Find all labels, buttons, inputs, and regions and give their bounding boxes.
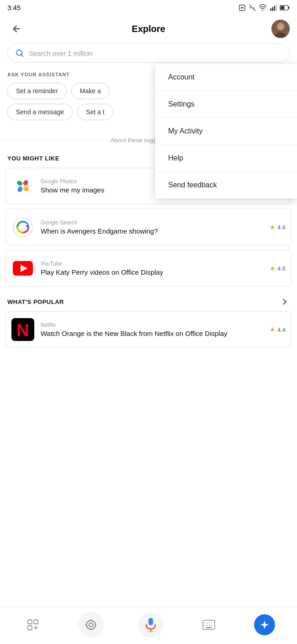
status-time: 3:45: [7, 4, 21, 11]
youtube-rating-value: 4.6: [277, 265, 286, 272]
header: Explore: [0, 15, 297, 43]
chip-reminder[interactable]: Set a reminder: [7, 83, 67, 99]
bottom-nav: [0, 607, 297, 644]
search-rating-value: 4.6: [277, 224, 286, 231]
app-card-netflix[interactable]: N Netflix Watch Orange is the New Black …: [5, 311, 292, 348]
svg-point-17: [20, 224, 26, 230]
avatar-image: [271, 20, 290, 38]
svg-rect-21: [28, 626, 32, 630]
chip-call[interactable]: Make a: [71, 83, 110, 99]
svg-rect-3: [270, 8, 271, 11]
search-placeholder: Search over 1 million: [29, 49, 93, 57]
whats-popular-chevron[interactable]: [280, 297, 290, 307]
youtube-action: Play Katy Perry videos on Office Display: [41, 268, 270, 276]
search-rating: ★ 4.6: [270, 224, 286, 231]
app-card-search[interactable]: Google Search When is Avengers Endgame s…: [5, 209, 292, 245]
svg-rect-30: [148, 618, 153, 625]
youtube-star-icon: ★: [270, 265, 276, 272]
status-icons: [239, 4, 290, 11]
mute-icon: [249, 4, 256, 11]
dropdown-help[interactable]: Help: [155, 145, 297, 171]
search-app-name: Google Search: [41, 219, 270, 226]
google-logo: [11, 216, 34, 239]
svg-text:N: N: [16, 321, 29, 339]
svg-point-14: [21, 184, 25, 188]
dropdown-feedback[interactable]: Send feedback: [155, 172, 297, 198]
svg-point-11: [277, 23, 284, 30]
mic-button[interactable]: [138, 612, 164, 638]
svg-rect-6: [276, 5, 277, 11]
photos-logo: [11, 175, 34, 197]
search-bar[interactable]: Search over 1 million: [7, 43, 290, 63]
youtube-logo: [11, 257, 34, 280]
search-action: When is Avengers Endgame showing?: [41, 227, 270, 235]
dropdown-account[interactable]: Account: [155, 64, 297, 90]
youtube-info: YouTube Play Katy Perry videos on Office…: [41, 261, 270, 276]
back-button[interactable]: [7, 20, 26, 38]
search-info: Google Search When is Avengers Endgame s…: [41, 219, 270, 235]
dropdown-menu: Account Settings My Activity Help Send f…: [155, 64, 297, 198]
battery-icon: [280, 5, 290, 11]
about-line-left: [0, 140, 108, 140]
app-card-youtube[interactable]: YouTube Play Katy Perry videos on Office…: [5, 250, 292, 287]
whats-popular-header: WHAT'S POPULAR: [0, 291, 297, 311]
svg-point-24: [86, 620, 95, 629]
netflix-app-name: Netflix: [41, 322, 270, 328]
page-title: Explore: [132, 24, 165, 34]
signal-icon: [270, 4, 277, 11]
netflix-rating-value: 4.4: [277, 326, 286, 333]
youtube-app-name: YouTube: [41, 261, 270, 267]
nfc-icon: [239, 4, 246, 11]
keyboard-button[interactable]: [198, 614, 220, 636]
chip-set[interactable]: Set a t: [77, 104, 113, 120]
netflix-logo: N: [11, 318, 34, 341]
svg-rect-23: [34, 620, 38, 624]
svg-point-2: [262, 10, 263, 11]
search-icon: [15, 48, 24, 58]
dropdown-settings[interactable]: Settings: [155, 91, 297, 117]
you-might-like-title: YOU MIGHT LIKE: [7, 155, 59, 162]
netflix-rating: ★ 4.4: [270, 326, 286, 333]
svg-rect-9: [281, 6, 284, 10]
lens-button[interactable]: [78, 612, 104, 638]
dropdown-activity[interactable]: My Activity: [155, 118, 297, 144]
netflix-info: Netflix Watch Orange is the New Black fr…: [41, 322, 270, 337]
shortcut-button[interactable]: [22, 614, 44, 636]
whats-popular-title: WHAT'S POPULAR: [7, 298, 64, 305]
netflix-star-icon: ★: [270, 326, 276, 333]
user-avatar[interactable]: [271, 20, 290, 38]
youtube-rating: ★ 4.6: [270, 265, 286, 272]
netflix-action: Watch Orange is the New Black from Netfl…: [41, 330, 270, 337]
svg-rect-22: [28, 620, 32, 624]
svg-rect-5: [274, 6, 275, 11]
search-star-icon: ★: [270, 224, 276, 231]
svg-point-25: [89, 623, 93, 627]
svg-rect-4: [272, 7, 273, 11]
svg-rect-8: [288, 6, 290, 9]
chip-message[interactable]: Send a message: [7, 104, 73, 120]
status-bar: 3:45: [0, 0, 297, 15]
wifi-icon: [259, 4, 267, 11]
explore-button[interactable]: [254, 614, 275, 635]
